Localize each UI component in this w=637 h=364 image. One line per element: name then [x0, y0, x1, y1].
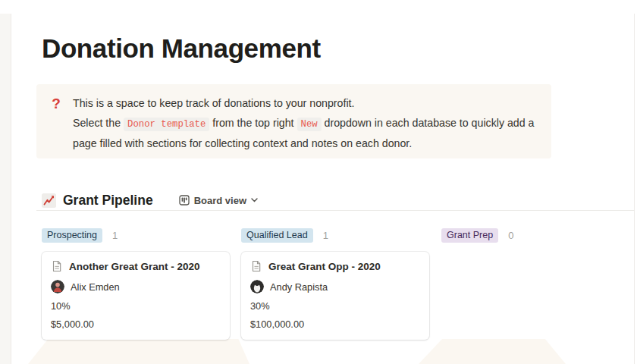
board-view-button[interactable]: Board view — [176, 193, 261, 208]
card-percent: 30% — [250, 300, 420, 312]
callout-block: ? This is a space to keep track of donat… — [36, 84, 551, 158]
inline-code-new: New — [297, 118, 322, 131]
card-great-grant-opp[interactable]: Great Grant Opp - 2020 Andy Rapista 30% … — [241, 252, 429, 340]
window-left-edge — [0, 14, 11, 364]
section-divider — [36, 210, 635, 211]
column-count: 1 — [112, 230, 118, 241]
card-person: Alix Emden — [71, 281, 120, 293]
avatar-andy-rapista — [250, 280, 264, 293]
callout-text-segment: Select the — [73, 117, 124, 129]
database-header: Grant Pipeline Board view — [42, 191, 261, 209]
red-question-mark-icon[interactable]: ? — [48, 94, 64, 113]
page-title[interactable]: Donation Management — [42, 33, 321, 64]
column-group-tag[interactable]: Grant Prep — [441, 228, 498, 243]
column-group-tag[interactable]: Prospecting — [42, 228, 102, 243]
page-icon — [51, 260, 63, 272]
card-person: Andy Rapista — [270, 281, 328, 293]
inline-code-donor-template: Donor template — [124, 118, 209, 131]
database-title[interactable]: Grant Pipeline — [63, 193, 153, 209]
board-column-prospecting: Prospecting 1 Another Great Grant - 2020 — [42, 228, 231, 340]
background-artifact — [419, 339, 566, 364]
page-icon — [250, 260, 262, 272]
chart-increasing-icon — [42, 193, 56, 208]
window-right-edge — [634, 14, 635, 364]
column-count: 0 — [508, 230, 513, 241]
column-count: 1 — [323, 230, 328, 241]
notion-page: Donation Management ? This is a space to… — [0, 0, 637, 364]
column-group-tag[interactable]: Qualified Lead — [241, 228, 313, 243]
board-view-icon — [179, 195, 190, 206]
avatar-alix-emden — [51, 280, 64, 293]
column-header: Grant Prep 0 — [441, 228, 631, 243]
card-title: Great Grant Opp - 2020 — [268, 261, 381, 272]
callout-text: This is a space to keep track of donatio… — [73, 94, 539, 154]
card-amount: $5,000.00 — [51, 318, 221, 330]
card-another-great-grant[interactable]: Another Great Grant - 2020 Alix Emden 10… — [42, 252, 230, 340]
card-title: Another Great Grant - 2020 — [69, 261, 200, 272]
callout-line-1: This is a space to keep track of donatio… — [73, 94, 539, 114]
board-column-grant-prep: Grant Prep 0 — [441, 228, 631, 243]
callout-text-segment: from the top right — [209, 117, 297, 129]
board-view-label: Board view — [194, 195, 246, 206]
card-percent: 10% — [51, 300, 221, 312]
column-header: Prospecting 1 — [42, 228, 231, 243]
column-header: Qualified Lead 1 — [241, 228, 431, 243]
chevron-down-icon — [251, 198, 258, 202]
card-amount: $100,000.00 — [250, 318, 420, 330]
callout-line-2: Select the Donor template from the top r… — [73, 114, 539, 154]
board-column-qualified-lead: Qualified Lead 1 Great Grant Opp - 2020 — [241, 228, 431, 340]
background-artifact — [28, 339, 249, 364]
